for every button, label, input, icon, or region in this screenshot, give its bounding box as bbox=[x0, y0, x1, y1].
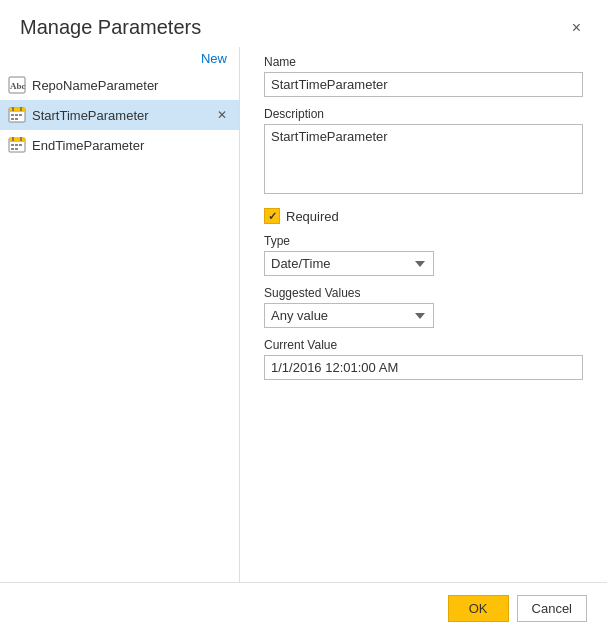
calendar-icon bbox=[8, 136, 26, 154]
current-value-label: Current Value bbox=[264, 338, 583, 352]
svg-rect-19 bbox=[15, 148, 18, 150]
suggested-values-label: Suggested Values bbox=[264, 286, 583, 300]
new-parameter-button[interactable]: New bbox=[201, 51, 227, 66]
type-label: Type bbox=[264, 234, 583, 248]
svg-rect-3 bbox=[9, 108, 25, 112]
param-name: StartTimeParameter bbox=[32, 108, 149, 123]
current-value-input[interactable] bbox=[264, 355, 583, 380]
dialog-footer: OK Cancel bbox=[0, 582, 607, 638]
description-field-group: Description StartTimeParameter bbox=[264, 107, 583, 194]
description-input[interactable]: StartTimeParameter bbox=[264, 124, 583, 194]
type-select-wrapper: Date/Time Text Number Boolean bbox=[264, 251, 583, 276]
list-item[interactable]: EndTimeParameter bbox=[0, 130, 239, 160]
required-label: Required bbox=[286, 209, 339, 224]
left-panel: New Abc RepoNameParameter bbox=[0, 47, 240, 582]
list-item[interactable]: Abc RepoNameParameter bbox=[0, 70, 239, 100]
svg-text:Abc: Abc bbox=[10, 81, 26, 91]
dialog-body: New Abc RepoNameParameter bbox=[0, 47, 607, 582]
abc-icon: Abc bbox=[8, 76, 26, 94]
svg-rect-10 bbox=[15, 118, 18, 120]
suggested-values-field-group: Suggested Values Any value List of value… bbox=[264, 286, 583, 328]
svg-rect-8 bbox=[19, 114, 22, 116]
cancel-button[interactable]: Cancel bbox=[517, 595, 587, 622]
svg-rect-16 bbox=[15, 144, 18, 146]
svg-rect-17 bbox=[19, 144, 22, 146]
manage-parameters-dialog: Manage Parameters × New Abc RepoNamePara… bbox=[0, 0, 607, 638]
svg-rect-6 bbox=[11, 114, 14, 116]
param-name: RepoNameParameter bbox=[32, 78, 158, 93]
required-row: Required bbox=[264, 208, 583, 224]
calendar-icon bbox=[8, 106, 26, 124]
new-link-row: New bbox=[0, 47, 239, 70]
suggested-values-select[interactable]: Any value List of values bbox=[264, 303, 434, 328]
type-field-group: Type Date/Time Text Number Boolean bbox=[264, 234, 583, 276]
suggested-values-select-wrapper: Any value List of values bbox=[264, 303, 583, 328]
svg-rect-15 bbox=[11, 144, 14, 146]
svg-rect-9 bbox=[11, 118, 14, 120]
type-select[interactable]: Date/Time Text Number Boolean bbox=[264, 251, 434, 276]
dialog-title: Manage Parameters bbox=[20, 16, 201, 39]
required-checkbox[interactable] bbox=[264, 208, 280, 224]
right-panel: Name Description StartTimeParameter Requ… bbox=[240, 47, 607, 582]
delete-parameter-button[interactable]: ✕ bbox=[215, 108, 229, 122]
name-field-group: Name bbox=[264, 55, 583, 97]
description-label: Description bbox=[264, 107, 583, 121]
svg-rect-18 bbox=[11, 148, 14, 150]
close-button[interactable]: × bbox=[566, 18, 587, 38]
ok-button[interactable]: OK bbox=[448, 595, 509, 622]
parameter-list: Abc RepoNameParameter bbox=[0, 70, 239, 582]
name-input[interactable] bbox=[264, 72, 583, 97]
dialog-header: Manage Parameters × bbox=[0, 0, 607, 47]
current-value-field-group: Current Value bbox=[264, 338, 583, 380]
param-name: EndTimeParameter bbox=[32, 138, 144, 153]
name-label: Name bbox=[264, 55, 583, 69]
svg-rect-12 bbox=[9, 138, 25, 142]
svg-rect-7 bbox=[15, 114, 18, 116]
list-item[interactable]: StartTimeParameter ✕ bbox=[0, 100, 239, 130]
